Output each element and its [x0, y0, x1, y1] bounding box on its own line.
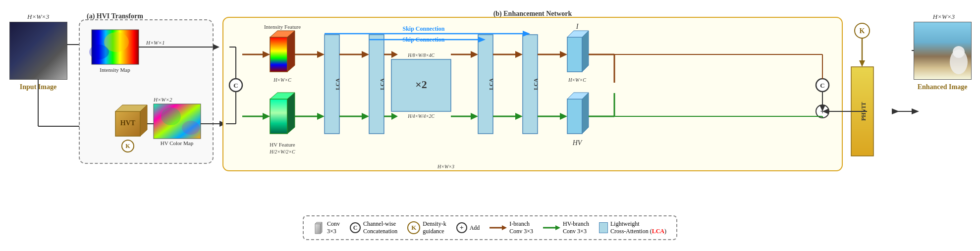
- legend-lca-abbrev: LCA: [652, 228, 664, 235]
- conv-icon: [314, 221, 325, 235]
- dim-hw4x2c: H/4×W/4×2C: [407, 114, 435, 119]
- k-badge-right-label: K: [860, 27, 865, 35]
- hvi-title: (a) HVI Transform: [87, 12, 143, 20]
- legend-conv: Conv 3×3: [314, 220, 340, 235]
- legend-c-circle: C: [350, 222, 361, 233]
- hv-feature-label: HV Feature: [270, 142, 295, 148]
- legend-conv-label: Conv 3×3: [327, 220, 340, 235]
- hv-feature-front: [270, 99, 287, 134]
- svg-marker-0: [315, 224, 321, 234]
- input-dim-label: H×W×3: [27, 13, 50, 20]
- dim-hwx1: H×W×1: [146, 40, 164, 46]
- c-circle-right-label: C: [820, 82, 824, 89]
- skip-connection-label-1: Skip Connection: [402, 25, 444, 32]
- hv-feature-out-front: [567, 99, 582, 134]
- legend-lca: Lightweight Cross-Attention (LCA): [599, 220, 666, 235]
- dim-hwc-out: H×W×C: [568, 77, 586, 83]
- hv-highlight: [161, 107, 181, 125]
- c-concat-label: C: [233, 82, 238, 89]
- legend-channel-concat: C Channel-wise Concatenation: [350, 220, 397, 235]
- hv-color-map-label: HV Color Map: [161, 140, 194, 146]
- intensity-feature-side: [287, 31, 295, 72]
- hv-shadow: [182, 121, 200, 135]
- legend-channel-label: Channel-wise Concatenation: [363, 220, 397, 235]
- svg-marker-6: [555, 225, 560, 230]
- enhanced-image-label: Enhanced Image: [918, 83, 968, 91]
- hvt-label: HVT: [120, 119, 136, 127]
- dim-hwx2: H×W×2: [153, 97, 172, 102]
- dim-hwc-1: H×W×C: [273, 77, 291, 83]
- enhancement-title: (b) Enhancement Network: [493, 10, 572, 18]
- arrow-head-intensity: [213, 44, 219, 50]
- legend-lca-label: Lightweight Cross-Attention (LCA): [610, 220, 666, 235]
- hv-branch-arrow-icon: [543, 224, 560, 231]
- legend-lca-box: [599, 222, 608, 233]
- legend-area: Conv 3×3 C Channel-wise Concatenation K …: [303, 215, 677, 240]
- stuffed-head: [953, 46, 965, 58]
- i-branch-arrow-icon: [490, 224, 507, 231]
- intensity-feature-label: Intensity Feature: [264, 24, 301, 30]
- legend-k-badge: K: [407, 221, 420, 234]
- input-image-content: [10, 22, 67, 79]
- lca-label-2: LCA: [379, 78, 385, 90]
- intensity-feature-front: [270, 37, 287, 72]
- hv-feature-out-side: [582, 93, 589, 134]
- i-feature-side: [582, 31, 589, 72]
- legend-i-branch: I-branch Conv 3×3: [490, 220, 533, 235]
- x2-label: ×2: [415, 78, 427, 91]
- arrow-enhanced-head-2: [912, 108, 919, 114]
- output-dim-label: H×W×3: [932, 13, 955, 20]
- i-feature-front: [567, 37, 582, 72]
- main-container: H×W×3 Input Image (a) HVI Transform: [0, 0, 980, 251]
- legend-hv-branch-label: HV-branch Conv 3×3: [563, 220, 589, 235]
- legend-plus-circle: +: [456, 222, 467, 233]
- legend-density-k: K Density-k guidance: [407, 220, 446, 235]
- hv-feature-side: [287, 93, 295, 134]
- k-badge-hvt-label: K: [125, 143, 130, 150]
- dim-hw8x4c: H/8×W/8×4C: [407, 53, 435, 58]
- lca-label-3: LCA: [488, 78, 494, 90]
- legend-density-k-label: Density-k guidance: [423, 220, 446, 235]
- legend-hv-branch: HV-branch Conv 3×3: [543, 220, 589, 235]
- legend-i-branch-label: I-branch Conv 3×3: [509, 220, 533, 235]
- dim-hw3-bottom: H×W×3: [437, 164, 454, 169]
- svg-marker-2: [321, 222, 322, 234]
- legend-add-label: Add: [470, 224, 480, 232]
- dim-hw2c-1: H/2×W/2×C: [269, 149, 295, 154]
- architecture-diagram: H×W×3 Input Image (a) HVI Transform: [0, 5, 980, 213]
- legend-add: + Add: [456, 222, 480, 233]
- hv-out-label: HV: [572, 139, 583, 147]
- svg-marker-4: [502, 225, 507, 230]
- intensity-shadow: [89, 45, 109, 59]
- lca-label-1: LCA: [334, 78, 340, 90]
- lca-label-4: LCA: [533, 78, 539, 90]
- intensity-map-label: Intensity Map: [100, 67, 130, 73]
- arrow-k-head: [859, 60, 865, 67]
